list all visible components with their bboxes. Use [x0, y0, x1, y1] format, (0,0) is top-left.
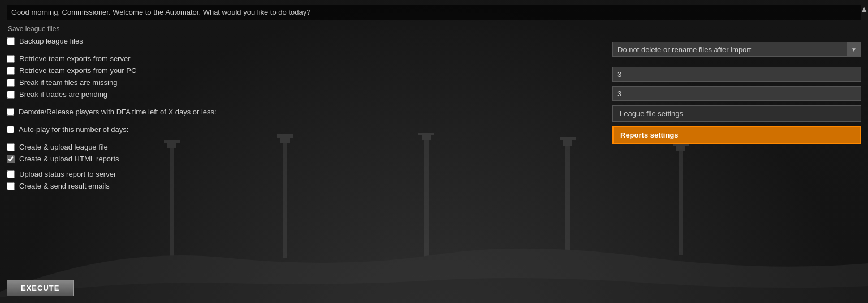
- create-upload-html-label: Create & upload HTML reports: [19, 155, 119, 163]
- auto-play-label: Auto-play for this number of days:: [19, 125, 128, 134]
- break-team-missing-checkbox[interactable]: [7, 79, 15, 87]
- backup-league-row[interactable]: Backup league files: [7, 35, 601, 47]
- auto-play-row: Auto-play for this number of days:: [7, 123, 601, 135]
- upload-status-report-checkbox[interactable]: [7, 170, 15, 178]
- break-team-missing-row[interactable]: Break if team files are missing: [7, 76, 601, 88]
- dfa-days-input[interactable]: [612, 67, 861, 82]
- right-inputs: [612, 67, 861, 101]
- break-trades-pending-row[interactable]: Break if trades are pending: [7, 88, 601, 100]
- retrieve-team-pc-row[interactable]: Retrieve team exports from your PC: [7, 65, 601, 76]
- create-upload-league-label: Create & upload league file: [19, 143, 108, 151]
- retrieve-team-pc-checkbox[interactable]: [7, 67, 15, 75]
- retrieve-team-pc-label: Retrieve team exports from your PC: [19, 66, 136, 75]
- welcome-message: Good morning, Commissioner. Welcome to t…: [7, 5, 861, 20]
- break-trades-pending-label: Break if trades are pending: [19, 90, 107, 99]
- right-panel: Do not delete or rename files after impo…: [612, 25, 861, 192]
- upload-status-report-row[interactable]: Upload status report to server: [7, 168, 601, 180]
- create-send-emails-label: Create & send result emails: [19, 182, 110, 190]
- save-league-label: Save league files: [8, 25, 601, 33]
- retrieve-team-server-checkbox[interactable]: [7, 55, 15, 63]
- retrieve-team-server-label: Retrieve team exports from server: [19, 54, 131, 63]
- backup-league-label: Backup league files: [19, 37, 83, 45]
- break-trades-pending-checkbox[interactable]: [7, 91, 15, 99]
- demote-release-row: Demote/Release players with DFA time lef…: [7, 106, 601, 118]
- demote-release-label: Demote/Release players with DFA time lef…: [19, 108, 217, 116]
- demote-release-checkbox[interactable]: [7, 108, 14, 116]
- reports-settings-button[interactable]: Reports settings: [612, 126, 861, 144]
- left-panel: Save league files Backup league files Re…: [7, 25, 612, 192]
- league-file-settings-button[interactable]: League file settings: [612, 105, 861, 122]
- file-import-dropdown-container[interactable]: Do not delete or rename files after impo…: [612, 42, 861, 57]
- create-send-emails-row[interactable]: Create & send result emails: [7, 180, 601, 192]
- create-upload-html-row[interactable]: Create & upload HTML reports: [7, 153, 601, 165]
- upload-status-report-label: Upload status report to server: [19, 170, 116, 178]
- execute-button[interactable]: EXECUTE: [7, 280, 74, 296]
- backup-league-checkbox[interactable]: [7, 37, 15, 45]
- create-upload-league-checkbox[interactable]: [7, 143, 15, 151]
- file-import-dropdown[interactable]: Do not delete or rename files after impo…: [612, 42, 861, 57]
- auto-play-checkbox[interactable]: [7, 126, 14, 133]
- create-upload-html-checkbox[interactable]: [7, 155, 15, 163]
- create-upload-league-row[interactable]: Create & upload league file: [7, 141, 601, 153]
- break-team-missing-label: Break if team files are missing: [19, 78, 117, 87]
- create-send-emails-checkbox[interactable]: [7, 182, 15, 190]
- retrieve-team-server-row[interactable]: Retrieve team exports from server: [7, 53, 601, 65]
- auto-play-days-input[interactable]: [612, 86, 861, 101]
